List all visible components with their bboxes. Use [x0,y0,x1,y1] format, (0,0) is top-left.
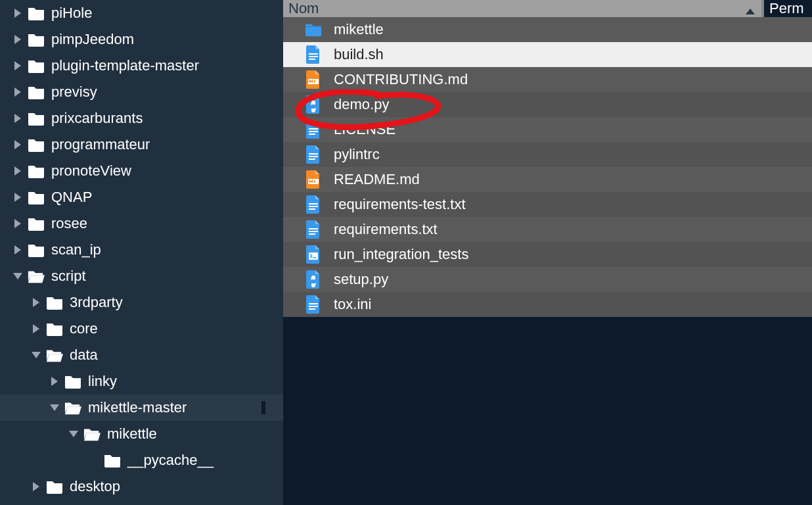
svg-rect-21 [309,303,318,304]
file-row[interactable]: requirements-test.txt [283,192,812,217]
empty-space [283,317,812,505]
folder-icon [28,32,45,47]
file-list: mikettle build.sh CONTRIBUTING.md demo.p… [283,17,812,317]
tree-item[interactable]: pronoteView [0,158,283,184]
tree-item[interactable]: mikettle-master [0,395,283,421]
document-icon [305,295,322,314]
file-row[interactable]: pylintrc [283,142,812,167]
chevron-right-icon[interactable] [49,375,60,387]
tree-item[interactable]: pimpJeedom [0,26,283,53]
folder-icon [28,6,45,20]
folder-icon [28,216,45,231]
chevron-down-icon[interactable] [12,270,24,282]
column-header-perm[interactable]: Perm [761,0,812,17]
tree-item[interactable]: scan_ip [0,237,283,263]
chevron-right-icon[interactable] [12,191,24,203]
document-icon [305,120,322,139]
tree-item-label: 3rdparty [70,295,123,310]
tree-item[interactable]: script [0,263,283,289]
svg-rect-19 [309,252,318,260]
folder-icon [28,164,45,178]
folder-tree: piHolepimpJeedomplugin-template-masterpr… [0,0,283,505]
column-header-name[interactable]: Nom [283,0,761,17]
tree-item[interactable]: 3rdparty [0,289,283,316]
tree-item-label: previsy [51,85,97,99]
chevron-right-icon[interactable] [12,86,24,98]
file-name-label: requirements-test.txt [334,196,466,213]
svg-rect-12 [314,180,315,181]
folder-icon [28,190,45,204]
tree-item-label: prixcarburants [51,111,143,126]
tree-item-label: plugin-template-master [51,59,199,73]
file-row[interactable]: mikettle [283,17,812,42]
file-row[interactable]: README.md [283,167,812,192]
tree-item[interactable]: piHole [0,0,283,26]
tree-item[interactable]: mikettle [0,421,283,447]
svg-rect-1 [309,56,318,57]
svg-rect-22 [309,306,318,307]
sort-ascending-icon [746,9,755,14]
chevron-down-icon[interactable] [68,428,79,440]
file-name-label: pylintrc [334,146,380,163]
folder-icon [64,374,81,389]
tree-item[interactable]: core [0,316,283,342]
svg-rect-13 [309,203,318,204]
tree-item[interactable]: QNAP [0,184,283,210]
svg-rect-23 [309,308,315,310]
svg-rect-15 [309,208,315,210]
chevron-down-icon[interactable] [49,402,60,414]
svg-rect-7 [309,133,315,135]
file-name-label: LICENSE [334,121,395,138]
folder-icon [104,453,121,468]
tree-item-label: linky [88,374,117,389]
document-icon [305,195,322,214]
chevron-right-icon[interactable] [12,7,24,19]
svg-rect-16 [309,228,318,229]
folder-icon [28,111,45,126]
svg-rect-6 [309,131,318,132]
file-row[interactable]: CONTRIBUTING.md [283,67,812,92]
chevron-down-icon[interactable] [30,349,42,361]
tree-item[interactable]: __pycache__ [0,447,283,473]
chevron-right-icon[interactable] [12,60,24,72]
chevron-right-icon[interactable] [12,218,24,229]
tree-item-label: mikettle-master [88,400,187,415]
chevron-right-icon[interactable] [12,139,24,151]
chevron-right-icon[interactable] [12,244,24,256]
svg-rect-14 [309,206,318,207]
svg-rect-10 [309,158,315,160]
svg-rect-4 [314,80,315,82]
svg-rect-17 [309,231,318,232]
tree-item[interactable]: plugin-template-master [0,53,283,79]
file-name-label: requirements.txt [334,221,438,238]
folder-icon [46,295,63,310]
file-row[interactable]: requirements.txt [283,217,812,242]
chevron-right-icon[interactable] [12,34,24,45]
tree-item[interactable]: linky [0,368,283,395]
chevron-right-icon[interactable] [12,165,24,177]
file-row[interactable]: build.sh [283,42,812,67]
tree-item[interactable]: prixcarburants [0,105,283,132]
chevron-right-icon[interactable] [30,297,42,308]
file-row[interactable]: LICENSE [283,117,812,142]
file-row[interactable]: tox.ini [283,292,812,317]
tree-item[interactable]: previsy [0,79,283,105]
tree-item[interactable]: data [0,342,283,368]
file-row[interactable]: setup.py [283,267,812,292]
tree-item-label: data [70,348,98,362]
tree-item[interactable]: programmateur [0,132,283,158]
tree-item-label: __pycache__ [127,453,214,468]
column-header-name-label: Nom [288,0,319,17]
chevron-right-icon[interactable] [30,323,42,335]
folder-icon [28,59,45,73]
file-name-label: CONTRIBUTING.md [334,71,468,88]
svg-rect-0 [309,53,318,55]
chevron-right-icon[interactable] [12,112,24,124]
tree-item[interactable]: rosee [0,210,283,237]
tree-item[interactable]: desktop [0,473,283,500]
chevron-right-icon[interactable] [30,481,42,493]
folder-icon [46,322,63,336]
file-row[interactable]: demo.py [283,92,812,117]
file-row[interactable]: run_integration_tests [283,242,812,267]
tree-item-label: mikettle [107,427,157,441]
